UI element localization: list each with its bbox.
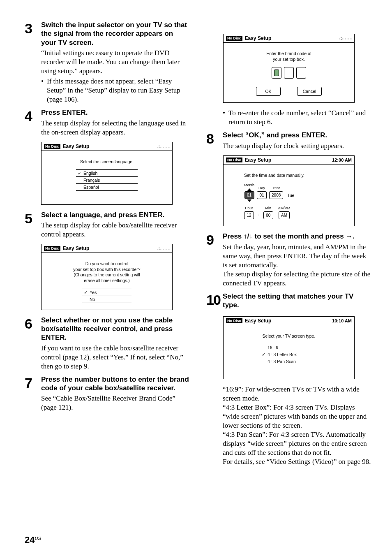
label-month: Month (244, 183, 254, 187)
step-heading-mid: to set the month and press (253, 232, 346, 240)
osd-header: No Disc Easy Setup -:- - - - (42, 244, 172, 253)
arrow-down-icon (247, 199, 251, 202)
field-ampm[interactable]: AM (279, 211, 290, 219)
field-month[interactable]: 01 (244, 191, 254, 199)
control-option-yes[interactable]: Yes (82, 289, 131, 296)
label-min: Min (265, 206, 272, 210)
label-year: Year (272, 186, 280, 190)
field-year[interactable]: 2008 (269, 191, 283, 199)
osd-time: -:- - - - (339, 36, 352, 41)
step-desc: The setup display for selecting the lang… (41, 119, 190, 137)
label-dayname (290, 187, 291, 191)
page-num-region: US (35, 536, 41, 541)
step-number: 5 (25, 211, 41, 239)
label-ampm: AM/PM (278, 206, 291, 210)
step-10-desc: “16:9”: For wide-screen TVs or TVs with … (223, 385, 371, 467)
osd-time: -:- - - - (157, 246, 170, 251)
step-heading: Press ENTER. (41, 108, 190, 117)
step-heading: Press the number buttons to enter the br… (41, 375, 190, 393)
no-disc-badge: No Disc (44, 246, 60, 251)
field-hour[interactable]: 12 (244, 211, 254, 219)
step-bullet: • If this message does not appear, selec… (41, 77, 190, 104)
tvtype-option-169[interactable]: 16 : 9 (260, 344, 318, 351)
step-number: 4 (25, 108, 41, 137)
osd-message: Set the time and date manually. (244, 173, 350, 178)
step-desc: If you want to use the cable box/satelli… (41, 344, 190, 371)
osd-screen-tvtype: No Disc Easy Setup 10:10 AM Select your … (223, 316, 355, 379)
lang-option-francais[interactable]: Français (76, 177, 138, 184)
osd-title: Easy Setup (245, 318, 272, 324)
osd-time: 12:00 AM (332, 158, 352, 162)
field-dayname: Tue (286, 192, 296, 199)
step-number: 9 (206, 232, 223, 288)
tvtype-option-panscan[interactable]: 4 : 3 Pan Scan (260, 358, 318, 365)
step-5: 5 Select a language, and press ENTER. Th… (25, 211, 190, 239)
osd-time: 10:10 AM (332, 318, 352, 323)
osd-screen-clock: No Disc Easy Setup 12:00 AM Set the time… (223, 155, 355, 227)
osd-screen-control: No Disc Easy Setup -:- - - - Do you want… (41, 244, 173, 310)
label-hour: Hour (245, 206, 253, 210)
step-8: 8 Select “OK,” and press ENTER. The setu… (206, 131, 371, 150)
cancel-button[interactable]: Cancel (297, 87, 322, 96)
step-6: 6 Select whether or not you use the cabl… (25, 316, 190, 371)
label-day: Day (258, 186, 265, 190)
osd-header: No Disc Easy Setup 10:10 AM (224, 317, 354, 325)
field-min[interactable]: 00 (263, 211, 273, 219)
bullet-text: If this message does not appear, select … (47, 77, 190, 104)
step-number: 6 (25, 316, 41, 371)
tvtype-option-letterbox[interactable]: 4 : 3 Letter Box (260, 351, 318, 358)
step-number: 8 (206, 131, 223, 150)
osd-message: Do you want to control your set top box … (46, 261, 168, 284)
step-heading-pre: Press (223, 232, 244, 240)
osd-title: Easy Setup (245, 35, 272, 41)
bullet-dot: • (223, 109, 228, 127)
field-day[interactable]: 01 (257, 191, 267, 199)
bullet-dot: • (41, 77, 47, 104)
step-number: 3 (25, 21, 41, 104)
no-disc-badge: No Disc (226, 318, 242, 323)
osd-title: Easy Setup (63, 246, 90, 251)
arrow-up-icon (247, 188, 251, 191)
step-desc: The setup display for cable box/satellit… (41, 221, 190, 239)
step-heading: Select a language, and press ENTER. (41, 211, 190, 219)
lang-option-english[interactable]: English (76, 169, 138, 177)
code-digit-1[interactable] (272, 67, 281, 79)
step-number: 10 (206, 292, 223, 311)
osd-screen-language: No Disc Easy Setup -:- - - - Select the … (41, 142, 173, 205)
step-heading: Press ↑/↓ to set the month and press →. (223, 232, 371, 241)
osd-message: Enter the brand code of your set top box… (228, 51, 350, 62)
lang-option-espanol[interactable]: Español (76, 184, 138, 191)
no-disc-badge: No Disc (226, 36, 242, 41)
right-arrow-icon: → (346, 232, 353, 240)
osd-header: No Disc Easy Setup 12:00 AM (224, 156, 354, 164)
osd-title: Easy Setup (245, 157, 272, 163)
brand-code-digits (228, 67, 350, 79)
step-desc: Set the day, year, hour, minutes, and AM… (223, 243, 371, 288)
up-down-arrow-icon: ↑/↓ (244, 232, 253, 240)
ok-button[interactable]: OK (256, 87, 281, 96)
code-digit-2[interactable] (284, 67, 294, 79)
step-heading: Select the setting that matches your TV … (223, 292, 371, 310)
step-3: 3 Switch the input selector on your TV s… (25, 21, 190, 104)
osd-title: Easy Setup (63, 144, 90, 149)
bullet-text: To re-enter the code number, select “Can… (228, 109, 371, 127)
step-heading: Select “OK,” and press ENTER. (223, 131, 371, 139)
no-disc-badge: No Disc (226, 158, 242, 162)
code-digit-3[interactable] (296, 67, 306, 79)
control-option-no[interactable]: No (82, 296, 131, 303)
step-7-note: • To re-enter the code number, select “C… (223, 109, 371, 127)
step-10: 10 Select the setting that matches your … (206, 292, 371, 311)
step-7: 7 Press the number buttons to enter the … (25, 375, 190, 412)
step-4: 4 Press ENTER. The setup display for sel… (25, 108, 190, 137)
step-desc: The setup display for clock setting appe… (223, 141, 371, 151)
page-number: 24US (25, 535, 41, 545)
step-heading-end: . (353, 232, 355, 240)
step-heading: Switch the input selector on your TV so … (41, 21, 190, 47)
step-desc: “Initial settings necessary to operate t… (41, 49, 190, 76)
time-colon: : (256, 212, 261, 219)
step-heading: Select whether or not you use the cable … (41, 316, 190, 342)
osd-message: Select the screen language. (46, 159, 168, 165)
step-desc: See “Cable Box/Satellite Receiver Brand … (41, 394, 190, 412)
step-number: 7 (25, 375, 41, 412)
osd-time: -:- - - - (157, 144, 170, 149)
